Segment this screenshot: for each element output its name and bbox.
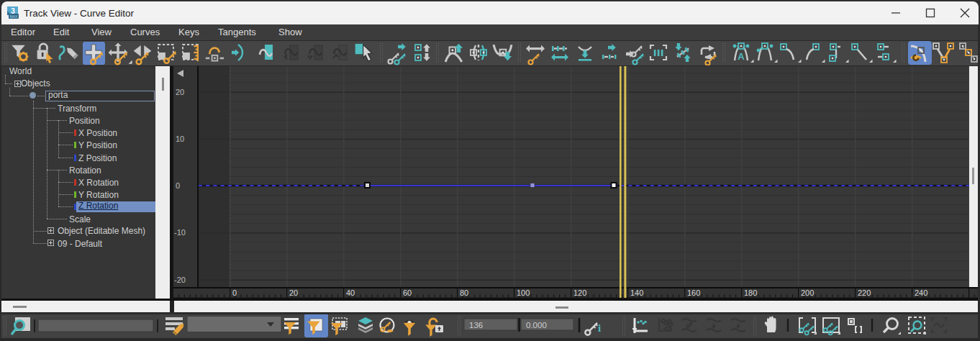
svg-text:i: i: [598, 322, 601, 334]
svg-text:100: 100: [517, 288, 530, 297]
svg-text:180: 180: [744, 288, 757, 297]
svg-text:10: 10: [176, 135, 184, 143]
svg-text:0.000: 0.000: [526, 321, 547, 329]
svg-text:200: 200: [801, 288, 814, 297]
svg-text:220: 220: [858, 288, 871, 297]
svg-text:136: 136: [469, 321, 483, 329]
svg-text:0: 0: [232, 288, 237, 297]
svg-text:60: 60: [403, 288, 412, 297]
svg-text:-10: -10: [174, 228, 186, 237]
svg-text:MAX: MAX: [10, 14, 19, 19]
svg-text:0: 0: [176, 181, 180, 190]
svg-text:-20: -20: [174, 276, 186, 284]
svg-text:40: 40: [346, 288, 355, 297]
svg-text:3: 3: [11, 7, 15, 15]
svg-text:20: 20: [289, 288, 298, 297]
svg-text:140: 140: [630, 288, 643, 297]
svg-text:160: 160: [687, 288, 700, 297]
svg-text:20: 20: [176, 88, 184, 96]
svg-text:240: 240: [915, 288, 927, 297]
svg-text:120: 120: [573, 288, 586, 297]
svg-text:A: A: [738, 51, 745, 62]
svg-text:80: 80: [460, 288, 468, 297]
